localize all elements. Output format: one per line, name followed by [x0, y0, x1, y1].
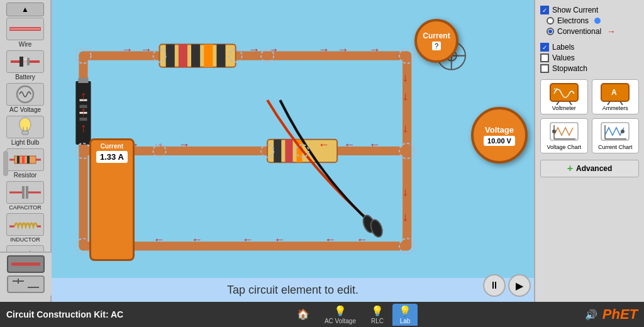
- light-bulb-label: Light Bulb: [11, 139, 39, 146]
- bulb-dim2-icon: 💡: [371, 305, 384, 317]
- bulb-dim-icon: 💡: [334, 305, 347, 317]
- svg-rect-39: [216, 44, 225, 67]
- conventional-radio[interactable]: [547, 28, 554, 35]
- svg-point-9: [19, 118, 31, 131]
- voltage-chart-icon: [549, 121, 579, 144]
- stopwatch-label: Stopwatch: [552, 64, 587, 73]
- voltage-widget-label: Voltage: [485, 125, 514, 135]
- svg-text:↓: ↓: [402, 122, 408, 135]
- svg-text:V: V: [554, 87, 558, 92]
- sidebar-item-ac-voltage[interactable]: AC Voltage: [3, 83, 48, 113]
- show-current-checkbox[interactable]: ✓: [540, 6, 549, 14]
- svg-text:↑: ↑: [80, 104, 86, 118]
- svg-text:←: ←: [191, 233, 203, 246]
- svg-point-112: [621, 130, 625, 133]
- values-checkbox[interactable]: [540, 53, 549, 62]
- stopwatch-row[interactable]: Stopwatch: [540, 64, 639, 73]
- playback-controls: ⏸ ▶: [483, 274, 531, 297]
- wire-tool-button[interactable]: [7, 255, 45, 273]
- svg-text:←: ←: [325, 233, 336, 246]
- svg-rect-21: [26, 186, 28, 199]
- svg-rect-15: [17, 156, 19, 164]
- ammeter-card[interactable]: A Ammeters: [592, 79, 640, 114]
- svg-text:↑: ↑: [80, 121, 86, 135]
- tab-rlc[interactable]: 💡 RLC: [365, 304, 390, 326]
- svg-text:→: →: [121, 43, 133, 56]
- current-display-widget[interactable]: Current ?: [414, 19, 458, 63]
- light-bulb-icon: [6, 116, 44, 138]
- sound-icon[interactable]: 🔊: [585, 309, 597, 321]
- conventional-row[interactable]: Conventional →: [547, 26, 639, 36]
- plus-minus-tool-button[interactable]: [7, 275, 45, 293]
- svg-rect-45: [78, 78, 88, 83]
- ac-voltage-label: AC Voltage: [9, 106, 41, 113]
- svg-rect-42: [285, 140, 292, 162]
- voltage-display-widget[interactable]: Voltage 10.00 V: [471, 107, 528, 164]
- capacitor-label: CAPACITOR: [9, 204, 42, 211]
- advanced-plus-icon: +: [567, 163, 573, 174]
- status-message: Tap circuit element to edit.: [227, 284, 358, 297]
- ac-voltage-icon: [6, 83, 44, 106]
- tab-lab-label: Lab: [400, 318, 411, 324]
- sidebar-item-capacitor[interactable]: CAPACITOR: [3, 181, 48, 211]
- pause-button[interactable]: ⏸: [483, 274, 506, 297]
- sidebar-item-wire[interactable]: Wire: [3, 18, 48, 48]
- electrons-radio[interactable]: [547, 17, 554, 25]
- values-row[interactable]: Values: [540, 53, 639, 62]
- voltage-chart-card[interactable]: Voltage Chart: [540, 118, 588, 153]
- sidebar-item-battery[interactable]: Battery: [3, 50, 48, 80]
- tab-ac-voltage[interactable]: 💡 AC Voltage: [318, 304, 362, 326]
- voltage-widget-value: 10.00 V: [484, 136, 515, 146]
- advanced-button[interactable]: + Advanced: [540, 160, 639, 177]
- svg-rect-37: [191, 44, 200, 67]
- svg-text:←: ←: [343, 138, 355, 151]
- sidebar-item-inductor[interactable]: INDUCTOR: [3, 213, 48, 243]
- inductor-icon: [6, 213, 44, 236]
- sidebar-item-light-bulb[interactable]: Light Bulb: [3, 116, 48, 146]
- show-current-row[interactable]: ✓ Show Current: [540, 6, 639, 14]
- battery-icon: [6, 50, 44, 73]
- canvas-area[interactable]: ↑ ↑ ↑ → → → → → → → ↓ ↓ ↓ ↓ ↓ ← ← ← ← ← …: [52, 0, 534, 302]
- sidebar-item-resistor[interactable]: Resistor: [3, 148, 48, 179]
- current-chart-card[interactable]: Current Chart: [592, 118, 640, 153]
- electrons-row[interactable]: Electrons: [547, 16, 639, 25]
- svg-rect-10: [22, 131, 28, 135]
- svg-rect-5: [27, 58, 30, 65]
- svg-text:A: A: [611, 88, 617, 97]
- current-chart-icon: [600, 121, 630, 144]
- svg-rect-20: [22, 186, 25, 199]
- battery-label: Battery: [15, 74, 35, 80]
- ammeter-label: Current: [101, 143, 123, 150]
- tool-selector: [0, 252, 52, 296]
- conventional-arrow-icon: →: [607, 26, 616, 36]
- play-button[interactable]: ▶: [508, 274, 531, 297]
- phet-logo: PhET: [602, 306, 638, 323]
- wire-icon: [6, 18, 44, 40]
- current-widget-label: Current: [423, 31, 450, 40]
- current-chart-label: Current Chart: [598, 144, 633, 150]
- svg-text:←: ←: [356, 233, 367, 246]
- advanced-label: Advanced: [576, 164, 612, 173]
- svg-point-108: [552, 130, 556, 133]
- stopwatch-checkbox[interactable]: [540, 64, 549, 73]
- ammeter-icon: A: [600, 82, 630, 105]
- ammeter-display[interactable]: Current 1.33 A: [89, 138, 135, 261]
- labels-checkbox[interactable]: ✓: [540, 43, 549, 52]
- svg-text:→: →: [179, 138, 190, 151]
- svg-text:→: →: [248, 43, 260, 56]
- tab-rlc-label: RLC: [371, 318, 384, 324]
- bottom-right: 🔊 PhET: [585, 306, 638, 323]
- svg-text:→: →: [140, 43, 152, 56]
- svg-text:←: ←: [369, 138, 380, 151]
- sidebar-scroll-up[interactable]: ▲: [6, 3, 44, 16]
- svg-text:←: ←: [242, 233, 253, 246]
- sidebar-scrollbar: [3, 151, 8, 176]
- labels-row[interactable]: ✓ Labels: [540, 43, 639, 52]
- inductor-label: INDUCTOR: [10, 236, 40, 243]
- voltmeter-card[interactable]: V Voltmeter: [540, 79, 588, 114]
- home-button[interactable]: 🏠: [291, 307, 316, 322]
- svg-text:↓: ↓: [402, 211, 408, 223]
- svg-rect-41: [274, 140, 281, 162]
- tab-lab[interactable]: 💡 Lab: [392, 304, 418, 326]
- svg-text:→: →: [369, 43, 380, 56]
